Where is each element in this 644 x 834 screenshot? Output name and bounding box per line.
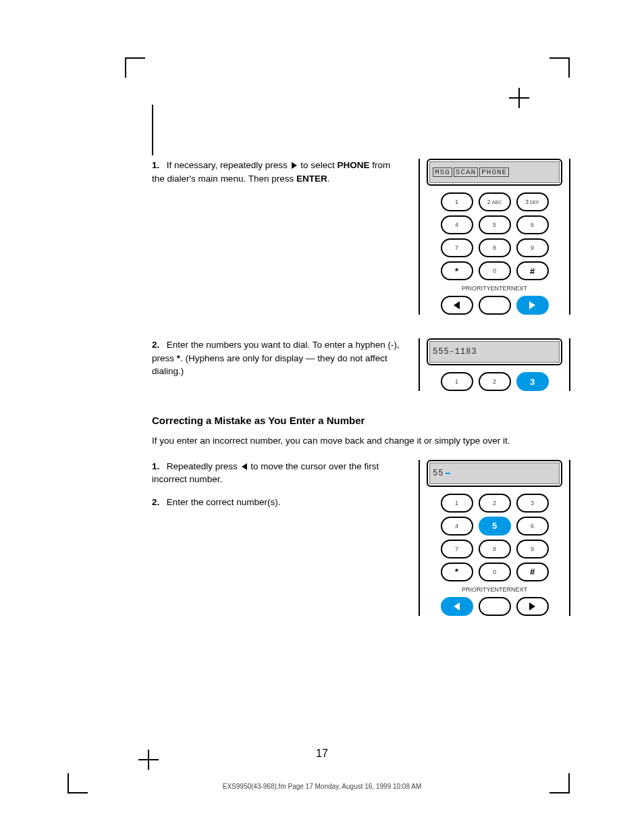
key-6[interactable]: 6 [516, 517, 549, 536]
label-enter: ENTER [490, 285, 511, 292]
section-heading: Correcting a Mistake as You Enter a Numb… [152, 415, 570, 426]
left-arrow-icon [242, 463, 247, 470]
footer-metadata: EXS9950(43-968).fm Page 17 Monday, Augus… [0, 783, 644, 790]
key-2[interactable]: 2ABC [479, 192, 511, 211]
crop-mark-tl [125, 57, 145, 78]
figure-divider [419, 159, 420, 315]
label-next: NEXT [511, 285, 527, 292]
lcd-display-number: 555-1183 [427, 338, 562, 365]
key-2[interactable]: 2 [479, 372, 511, 391]
key-enter[interactable] [479, 296, 511, 315]
crop-mark-tr [549, 57, 570, 78]
keypad-figure-2: 1 2 3 [427, 372, 562, 391]
key-8[interactable]: 8 [479, 540, 511, 558]
key-hash[interactable]: # [516, 261, 549, 280]
key-right[interactable] [516, 597, 549, 616]
key-left[interactable] [441, 296, 473, 315]
key-3[interactable]: 3DEF [516, 192, 549, 211]
key-6[interactable]: 6 [516, 215, 549, 234]
key-5-highlighted[interactable]: 5 [479, 517, 511, 536]
key-4[interactable]: 4 [441, 517, 473, 536]
key-5[interactable]: 5 [479, 215, 511, 234]
key-1[interactable]: 1 [441, 372, 473, 391]
key-enter[interactable] [479, 597, 511, 616]
key-0[interactable]: 0 [479, 563, 511, 581]
correct-step-2: 2. Enter the correct number(s). [152, 496, 402, 509]
lcd-display-cursor: 55 [427, 460, 562, 487]
lcd-display-menu: MSG SCAN PHONE [427, 159, 562, 186]
lcd-tab-phone: PHONE [479, 167, 509, 177]
key-8[interactable]: 8 [479, 238, 511, 257]
key-4[interactable]: 4 [441, 215, 473, 234]
key-9[interactable]: 9 [516, 238, 549, 257]
key-right-highlighted[interactable] [516, 296, 549, 315]
label-priority: PRIORITY [462, 285, 491, 292]
cursor-icon [446, 473, 450, 474]
keypad-figure-1: 1 2ABC 3DEF 4 5 6 7 8 9 [427, 192, 562, 315]
step-2-text: 2. Enter the numbers you want to dial. T… [152, 338, 402, 378]
header-tick [152, 105, 153, 155]
key-star[interactable]: * [441, 563, 473, 581]
key-2[interactable]: 2 [479, 494, 511, 513]
section-intro: If you enter an incorrect number, you ca… [152, 434, 570, 448]
key-7[interactable]: 7 [441, 540, 473, 558]
step-1-text: 1. If necessary, repeatedly press to sel… [152, 159, 402, 185]
correct-step-1: 1. Repeatedly press to move the cursor o… [152, 460, 402, 486]
keypad-figure-3: 1 2 3 4 5 6 7 8 9 [427, 494, 562, 616]
figure-divider [569, 159, 570, 315]
key-star[interactable]: * [441, 261, 473, 280]
registration-cross-tr [509, 88, 529, 108]
key-hash[interactable]: # [516, 563, 549, 581]
key-0[interactable]: 0 [479, 261, 511, 280]
key-3-highlighted[interactable]: 3 [516, 372, 549, 391]
key-1[interactable]: 1 [441, 192, 473, 211]
key-3[interactable]: 3 [516, 494, 549, 513]
lcd-tab-scan: SCAN [454, 167, 478, 177]
page-number: 17 [0, 748, 644, 760]
lcd-tab-msg: MSG [433, 167, 452, 177]
key-7[interactable]: 7 [441, 238, 473, 257]
right-arrow-icon [292, 162, 297, 169]
key-1[interactable]: 1 [441, 494, 473, 513]
key-9[interactable]: 9 [516, 540, 549, 558]
key-left-highlighted[interactable] [441, 597, 473, 616]
